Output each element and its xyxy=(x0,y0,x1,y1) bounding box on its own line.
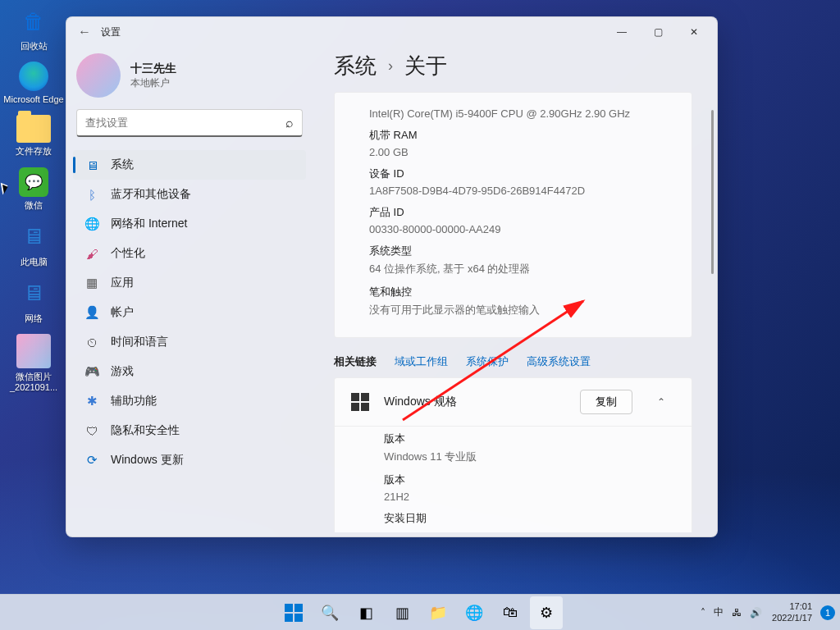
nav-label: 帐户 xyxy=(111,305,134,320)
winspec-header[interactable]: Windows 规格 复制 ⌃ xyxy=(335,378,692,426)
network-icon[interactable]: 🖧 xyxy=(732,607,742,619)
wechat-shortcut[interactable]: 💬微信 xyxy=(3,167,64,211)
minimize-button[interactable]: — xyxy=(604,19,640,45)
device-spec-card: Intel(R) Core(TM) i5-9400F CPU @ 2.90GHz… xyxy=(334,92,692,338)
nav-label: 网络和 Internet xyxy=(111,217,187,231)
folder-label: 文件存放 xyxy=(16,146,52,157)
sidebar-item-8[interactable]: ✱辅助功能 xyxy=(73,386,306,416)
nav-icon: 🖥 xyxy=(84,158,99,172)
nav-icon: ᛒ xyxy=(84,187,99,202)
sidebar-item-10[interactable]: ⟳Windows 更新 xyxy=(73,445,306,475)
crumb-root[interactable]: 系统 xyxy=(334,52,377,80)
taskbar: 🔍◧▥📁🌐🛍⚙ ˄ 中 🖧 🔊 17:01 2022/1/17 1 xyxy=(0,594,840,630)
chevron-right-icon: › xyxy=(388,57,393,75)
content-scroll[interactable]: Intel(R) Core(TM) i5-9400F CPU @ 2.90GHz… xyxy=(313,92,717,532)
titlebar[interactable]: ← 设置 — ▢ ✕ xyxy=(66,17,717,47)
sidebar-item-2[interactable]: 🌐网络和 Internet xyxy=(73,209,306,239)
nav-icon: 👤 xyxy=(84,305,99,320)
close-button[interactable]: ✕ xyxy=(676,19,712,45)
profile-account: 本地帐户 xyxy=(130,76,176,90)
nav-label: 辅助功能 xyxy=(111,394,157,409)
settings-window: ← 设置 — ▢ ✕ 十三先生 本地帐户 ⌕ 🖥系统ᛒ蓝牙和其他设备🌐网络和 I… xyxy=(66,16,718,537)
sidebar-item-5[interactable]: 👤帐户 xyxy=(73,298,306,327)
copy-button[interactable]: 复制 xyxy=(580,390,632,414)
nav-list: 🖥系统ᛒ蓝牙和其他设备🌐网络和 Internet🖌个性化▦应用👤帐户⏲时间和语言… xyxy=(73,150,306,475)
nav-icon: 🌐 xyxy=(84,217,99,231)
sidebar-item-0[interactable]: 🖥系统 xyxy=(73,150,306,180)
nav-icon: 🖌 xyxy=(84,246,99,261)
folder-shortcut[interactable]: 文件存放 xyxy=(3,115,64,157)
nav-icon: 🛡 xyxy=(84,423,99,438)
sidebar-item-9[interactable]: 🛡隐私和安全性 xyxy=(73,416,306,445)
taskbar-taskview-button[interactable]: ◧ xyxy=(349,596,382,629)
scrollbar[interactable] xyxy=(710,92,714,532)
tray[interactable]: ˄ 中 🖧 🔊 xyxy=(696,605,767,619)
sidebar-item-7[interactable]: 🎮游戏 xyxy=(73,357,306,386)
search-icon: ⌕ xyxy=(285,116,294,130)
taskbar-explorer-button[interactable]: 📁 xyxy=(422,596,454,629)
prodid-value: 00330-80000-00000-AA249 xyxy=(369,223,675,235)
main-pane: 系统 › 关于 Intel(R) Core(TM) i5-9400F CPU @… xyxy=(313,47,717,536)
devid-value: 1A8F7508-D9B4-4D79-95D6-26B914F4472D xyxy=(369,185,675,197)
taskbar-widgets-button[interactable]: ▥ xyxy=(386,596,418,629)
sidebar-item-3[interactable]: 🖌个性化 xyxy=(73,239,306,268)
search-input[interactable] xyxy=(85,116,285,129)
windows-icon xyxy=(351,393,369,411)
taskbar-search-button[interactable]: 🔍 xyxy=(313,596,346,629)
ime-indicator[interactable]: 中 xyxy=(714,605,724,619)
taskbar-store-button[interactable]: 🛍 xyxy=(494,596,527,629)
windows-spec-card: Windows 规格 复制 ⌃ 版本Windows 11 专业版 版本21H2 … xyxy=(334,377,692,532)
cpu-value: Intel(R) Core(TM) i5-9400F CPU @ 2.90GHz… xyxy=(369,107,675,120)
link-protect[interactable]: 系统保护 xyxy=(466,354,509,369)
ver-value: 21H2 xyxy=(384,491,675,503)
edition-value: Windows 11 专业版 xyxy=(384,450,675,464)
image-file-label: 微信图片_2021091... xyxy=(3,372,64,393)
sidebar-item-4[interactable]: ▦应用 xyxy=(73,268,306,298)
links-title: 相关链接 xyxy=(334,354,377,369)
nav-label: 蓝牙和其他设备 xyxy=(111,187,191,202)
desktop: 🗑回收站 Microsoft Edge 文件存放 💬微信 🖥此电脑 🖥网络 微信… xyxy=(0,0,66,404)
sidebar: 十三先生 本地帐户 ⌕ 🖥系统ᛒ蓝牙和其他设备🌐网络和 Internet🖌个性化… xyxy=(66,47,313,536)
prodid-label: 产品 ID xyxy=(369,205,675,220)
maximize-button[interactable]: ▢ xyxy=(640,19,676,45)
notification-badge[interactable]: 1 xyxy=(820,605,835,620)
link-domain[interactable]: 域或工作组 xyxy=(395,354,448,369)
network-shortcut[interactable]: 🖥网络 xyxy=(3,277,64,324)
back-button[interactable]: ← xyxy=(71,25,98,39)
profile-name: 十三先生 xyxy=(130,62,176,76)
nav-label: Windows 更新 xyxy=(111,453,184,468)
related-links: 相关链接 域或工作组 系统保护 高级系统设置 xyxy=(334,346,692,377)
profile[interactable]: 十三先生 本地帐户 xyxy=(73,50,306,109)
sidebar-item-6[interactable]: ⏲时间和语言 xyxy=(73,327,306,357)
nav-icon: ▦ xyxy=(84,276,99,290)
edge-label: Microsoft Edge xyxy=(3,94,63,105)
devid-label: 设备 ID xyxy=(369,167,675,181)
taskbar-edge-button[interactable]: 🌐 xyxy=(458,596,491,629)
clock[interactable]: 17:01 2022/1/17 xyxy=(770,601,814,623)
link-advanced[interactable]: 高级系统设置 xyxy=(527,354,591,369)
this-pc[interactable]: 🖥此电脑 xyxy=(3,221,64,267)
nav-label: 时间和语言 xyxy=(111,335,168,349)
nav-icon: ✱ xyxy=(84,394,99,409)
tray-chevron-icon[interactable]: ˄ xyxy=(701,607,705,619)
pen-value: 没有可用于此显示器的笔或触控输入 xyxy=(369,303,675,317)
ram-label: 机带 RAM xyxy=(369,128,675,143)
search-box[interactable]: ⌕ xyxy=(76,109,303,137)
systype-label: 系统类型 xyxy=(369,244,675,258)
nav-label: 游戏 xyxy=(111,364,134,379)
volume-icon[interactable]: 🔊 xyxy=(750,607,762,619)
nav-label: 系统 xyxy=(111,158,134,172)
image-file[interactable]: 微信图片_2021091... xyxy=(3,334,64,393)
network-label: 网络 xyxy=(25,313,43,324)
recycle-bin[interactable]: 🗑回收站 xyxy=(3,5,64,52)
sidebar-item-1[interactable]: ᛒ蓝牙和其他设备 xyxy=(73,180,306,209)
nav-label: 隐私和安全性 xyxy=(111,423,180,438)
edge-shortcut[interactable]: Microsoft Edge xyxy=(3,62,64,105)
scroll-thumb[interactable] xyxy=(711,110,714,274)
taskbar-right: ˄ 中 🖧 🔊 17:01 2022/1/17 1 xyxy=(696,601,840,623)
ram-value: 2.00 GB xyxy=(369,146,675,158)
chevron-up-icon[interactable]: ⌃ xyxy=(647,396,675,408)
taskbar-start-button[interactable] xyxy=(277,596,310,629)
taskbar-settings-button[interactable]: ⚙ xyxy=(530,596,563,629)
ver-label: 版本 xyxy=(384,472,675,487)
